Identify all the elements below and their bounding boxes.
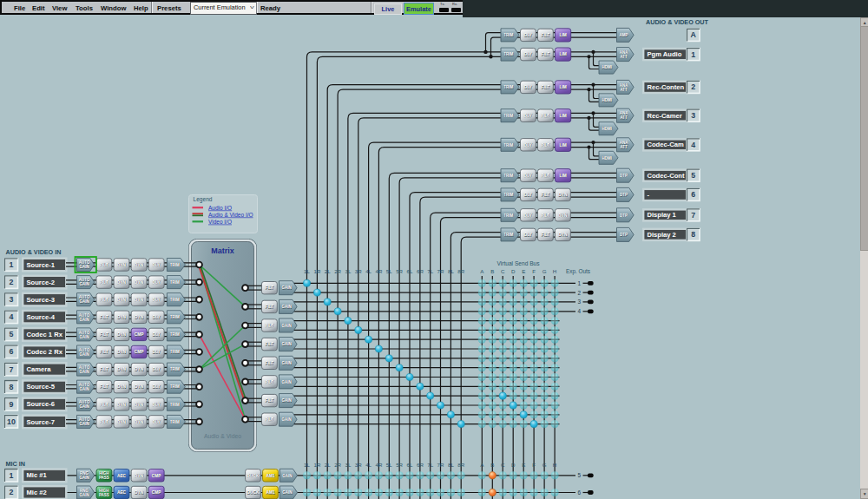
svg-text:5: 5 [10, 330, 14, 338]
svg-text:DYN: DYN [117, 350, 127, 354]
svg-text:AEC: AEC [117, 490, 127, 495]
svg-text:5: 5 [691, 171, 695, 180]
svg-text:5L: 5L [386, 462, 392, 468]
svg-text:GAIN: GAIN [79, 335, 89, 339]
svg-text:8L: 8L [448, 462, 454, 468]
svg-text:AUDIO & VIDEO OUT: AUDIO & VIDEO OUT [646, 18, 708, 26]
svg-text:Display 2: Display 2 [648, 231, 676, 239]
svg-text:GAIN: GAIN [79, 404, 89, 409]
svg-text:DLY: DLY [153, 384, 161, 389]
svg-text:DYN: DYN [135, 367, 144, 371]
svg-text:DYN: DYN [135, 315, 144, 319]
svg-text:FILT: FILT [100, 367, 108, 371]
svg-text:DYN: DYN [135, 420, 144, 424]
svg-text:1: 1 [577, 280, 581, 286]
svg-text:Codec-Cont: Codec-Cont [648, 172, 685, 180]
svg-text:Video I/O: Video I/O [208, 219, 232, 225]
svg-text:DLY: DLY [524, 52, 533, 56]
svg-text:HDMI: HDMI [602, 65, 613, 69]
svg-text:FILT: FILT [266, 398, 274, 403]
svg-text:8: 8 [10, 383, 14, 391]
svg-text:1R: 1R [313, 462, 320, 468]
svg-text:Audio I/O: Audio I/O [208, 205, 232, 211]
svg-text:FILT: FILT [100, 403, 108, 407]
svg-text:FILT: FILT [100, 332, 108, 337]
svg-text:AM1: AM1 [266, 490, 274, 495]
svg-text:GAIN: GAIN [282, 305, 292, 309]
svg-text:FILT: FILT [266, 417, 274, 422]
svg-text:DLY: DLY [153, 367, 161, 371]
svg-text:TRIM: TRIM [503, 143, 513, 148]
svg-text:4R: 4R [375, 462, 382, 468]
svg-text:5R: 5R [396, 268, 403, 274]
svg-text:4R: 4R [375, 268, 382, 274]
svg-text:3R: 3R [355, 462, 362, 468]
svg-text:G: G [542, 268, 547, 274]
svg-text:4: 4 [10, 312, 14, 321]
svg-text:HDMI: HDMI [602, 156, 613, 161]
svg-text:1L: 1L [304, 268, 310, 274]
svg-text:TRIM: TRIM [170, 263, 180, 267]
svg-text:H: H [553, 268, 556, 274]
svg-text:FILT: FILT [100, 420, 108, 424]
svg-text:DYN: DYN [117, 367, 127, 371]
svg-text:PASS: PASS [99, 493, 109, 497]
svg-text:DYN: DYN [558, 213, 568, 218]
svg-text:DYN: DYN [117, 403, 127, 407]
svg-text:GAIN: GAIN [79, 265, 89, 269]
svg-text:FILT: FILT [542, 233, 550, 237]
svg-text:8L: 8L [448, 268, 454, 274]
svg-text:DLY: DLY [153, 420, 161, 424]
svg-text:D: D [511, 268, 516, 274]
svg-text:DLY: DLY [524, 213, 533, 218]
svg-text:1: 1 [10, 260, 14, 269]
svg-text:5: 5 [577, 472, 581, 478]
svg-text:FILT: FILT [542, 193, 550, 197]
svg-text:4L: 4L [365, 268, 372, 274]
svg-text:2L: 2L [325, 462, 331, 468]
svg-text:AMP: AMP [620, 33, 628, 37]
svg-text:TRIM: TRIM [503, 114, 513, 118]
svg-text:Source-1: Source-1 [27, 261, 56, 269]
svg-text:GAIN: GAIN [79, 318, 89, 322]
svg-text:DLY: DLY [153, 298, 161, 302]
svg-text:GAIN: GAIN [282, 361, 292, 365]
svg-text:TRIM: TRIM [170, 332, 180, 337]
svg-text:DLY: DLY [153, 403, 161, 407]
svg-text:DYN: DYN [135, 474, 144, 478]
svg-text:DLY: DLY [153, 263, 161, 267]
svg-text:GAIN: GAIN [79, 493, 89, 497]
svg-text:DLY: DLY [153, 332, 161, 337]
svg-text:ATT: ATT [620, 55, 628, 59]
svg-text:FILT: FILT [542, 33, 550, 37]
svg-text:FILT: FILT [542, 174, 550, 178]
svg-text:CMP: CMP [135, 332, 144, 337]
svg-text:7R: 7R [437, 462, 444, 468]
svg-text:TRIM: TRIM [170, 298, 180, 302]
svg-text:DYN: DYN [117, 315, 127, 319]
svg-text:Mic #2: Mic #2 [27, 489, 47, 496]
svg-text:FILT: FILT [100, 280, 108, 285]
svg-text:GAIN: GAIN [79, 282, 89, 286]
svg-text:DYN: DYN [558, 193, 568, 197]
svg-text:8R: 8R [457, 268, 464, 274]
svg-text:3: 3 [691, 111, 695, 120]
svg-text:TRIM: TRIM [503, 85, 513, 89]
svg-text:TRIM: TRIM [170, 420, 180, 424]
svg-text:DLY: DLY [524, 174, 533, 178]
svg-text:DYN: DYN [135, 280, 144, 285]
svg-text:DYN: DYN [117, 280, 127, 285]
svg-text:TRIM: TRIM [503, 233, 513, 237]
svg-text:2R: 2R [334, 268, 341, 274]
svg-text:Rec-Camer: Rec-Camer [648, 112, 682, 120]
svg-text:TRIM: TRIM [170, 350, 180, 354]
svg-text:DTP: DTP [620, 193, 628, 197]
svg-text:DTP: DTP [620, 213, 628, 218]
svg-text:Audio & Video I/O: Audio & Video I/O [208, 212, 253, 218]
svg-text:7L: 7L [427, 462, 433, 468]
svg-text:Display 1: Display 1 [648, 211, 677, 219]
svg-text:DLY: DLY [153, 350, 161, 354]
svg-text:E: E [522, 462, 525, 468]
svg-text:AUDIO & VIDEO IN: AUDIO & VIDEO IN [6, 248, 62, 256]
svg-text:FILT: FILT [100, 315, 108, 319]
